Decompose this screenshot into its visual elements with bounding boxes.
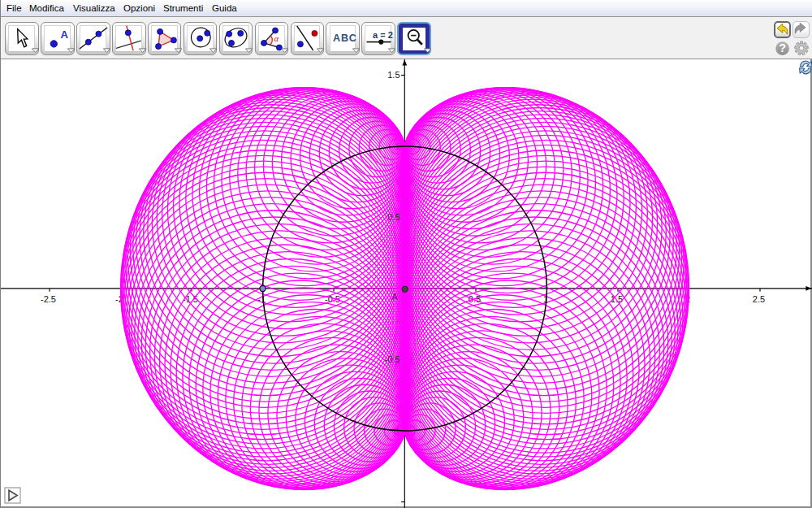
svg-text:A: A: [392, 292, 398, 302]
svg-text:0.5: 0.5: [387, 212, 400, 222]
svg-text:ABC: ABC: [333, 33, 357, 44]
svg-text:-2.5: -2.5: [41, 294, 56, 304]
svg-text:α: α: [274, 33, 279, 42]
svg-text:A: A: [60, 28, 68, 40]
svg-text:?: ?: [779, 41, 786, 54]
svg-text:a = 2: a = 2: [373, 30, 393, 40]
svg-text:2.5: 2.5: [753, 294, 765, 304]
svg-text:-0.5: -0.5: [385, 354, 400, 364]
svg-text:1.5: 1.5: [387, 70, 400, 80]
